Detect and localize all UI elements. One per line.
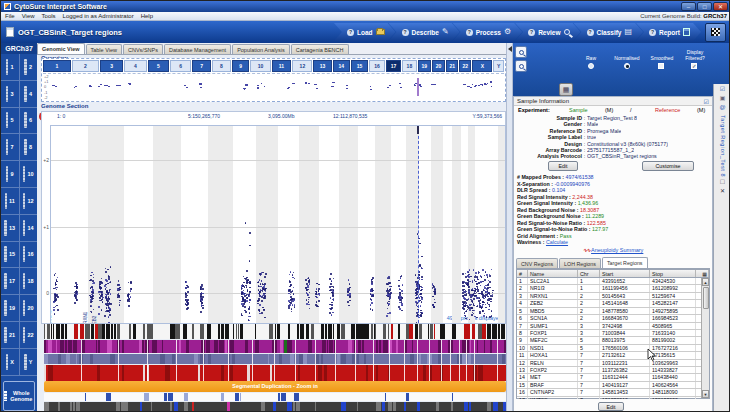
overview-chromosome-6[interactable]: 6: [170, 60, 191, 72]
column-header-start[interactable]: Start: [600, 270, 650, 277]
aneuploidy-summary-link[interactable]: Aneuploidy Summary: [591, 247, 643, 253]
checkbox-icon[interactable]: ☐: [720, 179, 725, 186]
overview-chromosome-Y[interactable]: Y: [493, 60, 504, 72]
overview-chromosome-17[interactable]: 17: [386, 60, 401, 72]
table-row[interactable]: 17KMT2C7151832010152133090: [517, 397, 709, 399]
raw-radio[interactable]: [588, 63, 594, 69]
overview-miniplot[interactable]: +2+10-1-2: [43, 73, 504, 100]
step-classify-button[interactable]: ?Classify▤: [574, 23, 644, 41]
menu-item-view[interactable]: View: [22, 13, 35, 19]
table-row[interactable]: 11HOXA172713261227135615: [517, 352, 709, 359]
zoom-in-button[interactable]: [515, 46, 527, 58]
step-report-button[interactable]: ?Report: [636, 23, 701, 41]
table-row[interactable]: 5MBD52148778580149275895: [517, 308, 709, 315]
region-tab-target-regions[interactable]: Target Regions: [602, 257, 648, 268]
sidebar-chromosome-18[interactable]: 18: [20, 268, 38, 294]
sidebar-chromosome-17[interactable]: 17: [1, 268, 20, 294]
finish-button[interactable]: [705, 23, 726, 42]
sample-side-tab[interactable]: Target Region_Test 8: [720, 115, 726, 177]
overview-chromosome-2[interactable]: 2: [72, 60, 99, 72]
scroll-down-arrow[interactable]: ▼: [702, 390, 709, 398]
table-row[interactable]: 1SLC2A114339165243424530: [517, 278, 709, 285]
column-header-num[interactable]: #: [517, 270, 528, 277]
table-row[interactable]: 7SUMF1337424984508965: [517, 323, 709, 330]
table-row[interactable]: 8FOXP137100384471633140: [517, 330, 709, 337]
sidebar-chromosome-4[interactable]: 4: [20, 81, 38, 107]
segmental-duplication-banner[interactable]: Segmental Duplication - Zoom in: [44, 381, 506, 392]
menu-item-help[interactable]: Help: [141, 13, 153, 19]
step-describe-button[interactable]: ?Describe✎: [389, 23, 460, 41]
sidebar-chromosome-15[interactable]: 15: [1, 242, 20, 268]
maximize-button[interactable]: □: [697, 2, 712, 11]
overview-chromosome-12[interactable]: 12: [292, 60, 312, 72]
column-options-icon[interactable]: ▦: [696, 270, 709, 277]
sidebar-chromosome-11[interactable]: 11: [1, 188, 20, 214]
check-icon[interactable]: ☑: [720, 86, 725, 93]
table-row[interactable]: 16CNTNAP27145813453148118090: [517, 389, 709, 396]
sidebar-chromosome-13[interactable]: 13: [1, 215, 20, 241]
sidebar-chromosome-21[interactable]: 21: [1, 322, 20, 348]
region-tab-loh-regions[interactable]: LOH Regions: [559, 258, 601, 268]
tab-genomic-view[interactable]: Genomic View: [37, 43, 85, 54]
sidebar-chromosome-20[interactable]: 20: [20, 295, 38, 321]
sidebar-chromosome-2[interactable]: 2: [20, 54, 38, 80]
table-row[interactable]: 3NRXN125014564351259674: [517, 293, 709, 300]
step-load-button[interactable]: ?Load: [334, 23, 396, 41]
normalised-radio[interactable]: [624, 63, 630, 69]
table-row[interactable]: 13FOXP27113726382114333827: [517, 367, 709, 374]
sidebar-chromosome-12[interactable]: 12: [20, 188, 38, 214]
step-process-button[interactable]: ?Process⚙: [453, 23, 522, 41]
sidebar-chromosome-7[interactable]: 7: [1, 134, 20, 160]
overview-chromosome-3[interactable]: 3: [100, 60, 123, 72]
panel-handle-button[interactable]: ▦: [559, 83, 573, 96]
at-icon[interactable]: @: [719, 104, 725, 111]
tab-population-analysis[interactable]: Population Analysis: [232, 44, 290, 54]
overview-chromosome-14[interactable]: 14: [333, 60, 350, 72]
sidebar-chromosome-5[interactable]: 5: [1, 108, 20, 134]
sample-info-checkbox[interactable]: ☑: [704, 98, 709, 105]
step-review-button[interactable]: ?Review: [515, 23, 580, 41]
overview-chromosome-10[interactable]: 10: [250, 60, 270, 72]
sidebar-chromosome-10[interactable]: 10: [20, 161, 38, 187]
column-header-chr[interactable]: Chr: [578, 270, 600, 277]
window-icon[interactable]: ▣: [720, 95, 726, 102]
regions-edit-button[interactable]: Edit: [598, 402, 624, 411]
table-row[interactable]: 14MET7116312444116438440: [517, 374, 709, 381]
zoom-out-button[interactable]: [515, 60, 527, 72]
smoothed-checkbox[interactable]: [658, 63, 664, 69]
overview-chromosome-9[interactable]: 9: [232, 60, 250, 72]
overview-chromosome-5[interactable]: 5: [148, 60, 170, 72]
overview-chromosome-19[interactable]: 19: [418, 60, 431, 72]
overview-chromosome-20[interactable]: 20: [432, 60, 445, 72]
sidebar-chromosome-X[interactable]: X: [1, 349, 20, 375]
sidebar-chromosome-3[interactable]: 3: [1, 81, 20, 107]
overview-chromosome-13[interactable]: 13: [313, 60, 331, 72]
region-tab-cnv-regions[interactable]: CNV Regions: [516, 258, 558, 268]
overview-chromosome-7[interactable]: 7: [192, 60, 212, 72]
overview-chromosome-18[interactable]: 18: [402, 60, 417, 72]
display-filtered-checkbox[interactable]: ✓: [691, 63, 697, 69]
tab-table-view[interactable]: Table View: [86, 44, 123, 54]
scroll-up-arrow[interactable]: ▲: [702, 278, 709, 286]
tab-database-management[interactable]: Database Management: [164, 44, 231, 54]
close-small-icon[interactable]: ✕: [720, 188, 725, 195]
table-row[interactable]: 12RELN7103112231103629963: [517, 360, 709, 367]
scatter-plot[interactable]: 4974 probes displayed SLC2A1NRXN1ZEB2: [50, 125, 506, 324]
overview-chromosome-22[interactable]: 22: [459, 60, 471, 72]
menu-item-file[interactable]: File: [5, 13, 15, 19]
overview-chromosome-4[interactable]: 4: [124, 60, 146, 72]
customise-button[interactable]: Customise: [642, 161, 694, 171]
table-row[interactable]: 15BRAF7140419127140624564: [517, 382, 709, 389]
table-scrollbar[interactable]: ▲ ▼: [701, 278, 709, 398]
column-header-name[interactable]: Name: [528, 270, 578, 277]
panel-divider[interactable]: [506, 43, 513, 412]
table-row[interactable]: 2NR1I31161199456161208992: [517, 285, 709, 292]
overview-chromosome-8[interactable]: 8: [212, 60, 230, 72]
overview-chromosome-16[interactable]: 16: [369, 60, 385, 72]
overview-chromosome-X[interactable]: X: [472, 60, 492, 72]
column-header-stop[interactable]: Stop: [650, 270, 696, 277]
menu-item-logged[interactable]: Logged in as Administrator: [63, 13, 134, 19]
table-row[interactable]: 6SCN1A2166843670166984523: [517, 315, 709, 322]
table-row[interactable]: 4ZEB22145141648145282147: [517, 300, 709, 307]
overview-chromosome-11[interactable]: 11: [272, 60, 292, 72]
